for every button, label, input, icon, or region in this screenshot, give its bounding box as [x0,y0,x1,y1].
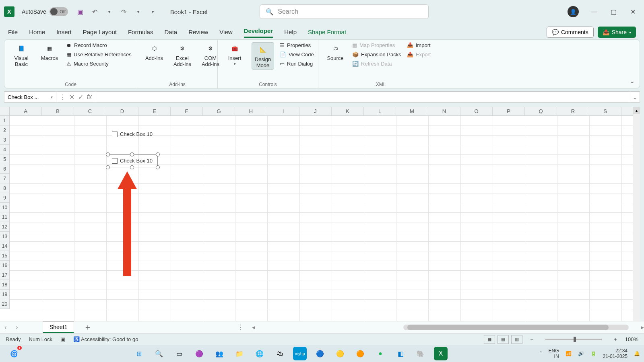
store-icon[interactable]: 🛍 [273,347,287,360]
macro-security-button[interactable]: ⚠Macro Security [66,61,132,67]
teams-icon[interactable]: 👥 [213,347,226,360]
enter-formula-icon[interactable]: ✓ [76,93,85,101]
tab-review[interactable]: Review [188,29,208,38]
checkbox-icon[interactable] [112,132,118,137]
normal-view-button[interactable]: ▦ [484,335,495,344]
properties-button[interactable]: ☰Properties [280,42,314,48]
horizontal-scrollbar[interactable] [403,325,629,330]
col-header[interactable]: F [171,107,203,115]
view-code-button[interactable]: 📄View Code [280,51,314,58]
col-header[interactable]: D [106,107,138,115]
run-dialog-button[interactable]: ▭Run Dialog [280,61,314,67]
cancel-formula-icon[interactable]: ✕ [68,93,76,101]
search-input[interactable]: 🔍 Search [260,4,429,19]
row-header[interactable]: 9 [0,193,9,203]
volume-icon[interactable]: 🔊 [578,351,584,356]
col-header[interactable]: G [203,107,235,115]
zoom-level[interactable]: 100% [625,336,638,342]
col-header[interactable]: I [267,107,299,115]
row-header[interactable]: 15 [0,251,9,261]
resize-handle[interactable] [130,165,134,169]
macro-record-icon[interactable]: ▣ [60,336,65,342]
sheet-nav-prev[interactable]: ‹ [0,324,11,331]
vertical-scrollbar[interactable]: ▴ [633,107,640,321]
resize-handle[interactable] [156,152,160,156]
chrome-canary-icon[interactable]: 🟠 [353,347,367,360]
myhp-icon[interactable]: myhp [293,347,307,360]
vscode-icon[interactable]: ◧ [394,347,407,360]
pgadmin-icon[interactable]: 🐘 [414,347,427,360]
app-icon[interactable]: 🔵 [313,347,327,360]
page-layout-view-button[interactable]: ▤ [497,335,509,344]
tab-shape-format[interactable]: Shape Format [308,29,346,38]
tab-developer[interactable]: Developer [244,27,273,38]
toggle-icon[interactable]: Off [50,7,68,16]
undo-icon[interactable]: ↶ [90,6,100,17]
row-header[interactable]: 1 [0,116,9,125]
chrome-icon[interactable]: 🟡 [333,347,347,360]
tab-formulas[interactable]: Formulas [128,29,153,38]
minimize-button[interactable]: — [590,8,598,16]
row-header[interactable]: 14 [0,241,9,251]
resize-handle[interactable] [106,165,110,169]
checkbox-control-2[interactable]: Check Box 10 [112,158,153,164]
spotify-icon[interactable]: ● [374,347,387,360]
use-relative-references-button[interactable]: ▦Use Relative References [66,51,132,58]
expansion-packs-button[interactable]: 📦Expansion Packs [352,51,401,58]
row-header[interactable]: 7 [0,174,9,183]
row-header[interactable]: 19 [0,290,9,299]
redo-icon[interactable]: ↷ [119,6,129,17]
undo-dropdown-icon[interactable]: ▾ [104,6,115,17]
zoom-out-button[interactable]: − [530,336,534,342]
tray-chevron-icon[interactable]: ˄ [540,351,542,356]
expand-formula-bar-icon[interactable]: ⌄ [630,91,640,103]
cells-area[interactable] [10,116,633,321]
fx-icon[interactable]: fx [85,93,93,101]
tab-help[interactable]: Help [284,29,297,38]
resize-handle[interactable] [106,152,110,156]
user-avatar-icon[interactable]: 👤 [568,6,579,17]
file-explorer-icon[interactable]: 📁 [233,347,246,360]
save-icon[interactable]: ▣ [75,6,86,17]
language-indicator[interactable]: ENGIN [549,348,559,360]
checkbox-icon[interactable] [112,158,118,164]
row-header[interactable]: 16 [0,261,9,270]
add-sheet-button[interactable]: ＋ [84,322,92,333]
page-break-view-button[interactable]: ▥ [511,335,522,344]
comments-button[interactable]: 💬Comments [547,27,594,38]
col-header[interactable]: B [42,107,74,115]
zoom-in-button[interactable]: + [614,336,617,342]
notifications-icon[interactable]: 🔔 [634,351,640,356]
col-header[interactable]: R [557,107,589,115]
col-header[interactable]: A [10,107,42,115]
col-header[interactable]: H [235,107,267,115]
col-header[interactable]: O [460,107,493,115]
row-header[interactable]: 6 [0,164,9,174]
task-view-icon[interactable]: ▭ [172,347,186,360]
checkbox-control-1[interactable]: Check Box 10 [112,131,153,137]
col-header[interactable]: M [396,107,428,115]
col-header[interactable]: K [332,107,364,115]
redo-dropdown-icon[interactable]: ▾ [133,6,144,17]
clock[interactable]: 22:3421-01-2025 [603,348,627,360]
tab-home[interactable]: Home [29,29,45,38]
edge-icon[interactable]: 🌐 [253,347,266,360]
scroll-up-icon[interactable]: ▴ [633,107,640,114]
start-button-icon[interactable]: ⊞ [132,347,146,360]
record-macro-button[interactable]: ⏺Record Macro [66,42,132,48]
col-header[interactable]: E [138,107,171,115]
design-mode-button[interactable]: 📐Design Mode [252,42,274,70]
accessibility-status[interactable]: ♿ Accessibility: Good to go [73,336,138,342]
qat-customize-icon[interactable]: ▾ [148,6,158,17]
autosave-toggle[interactable]: AutoSave Off [22,7,68,16]
excel-taskbar-icon[interactable]: X [434,347,448,360]
col-header[interactable]: C [74,107,106,115]
row-header[interactable]: 18 [0,280,9,290]
row-header[interactable]: 11 [0,212,9,222]
collapse-ribbon-icon[interactable]: ⌄ [630,77,635,85]
sheet-nav-next[interactable]: › [11,324,23,331]
name-box[interactable]: Check Box ...▾ [4,91,56,103]
share-button[interactable]: 📤Share▾ [598,27,636,38]
row-header[interactable]: 4 [0,145,9,154]
sheet-tab-sheet1[interactable]: Sheet1 [43,321,74,333]
